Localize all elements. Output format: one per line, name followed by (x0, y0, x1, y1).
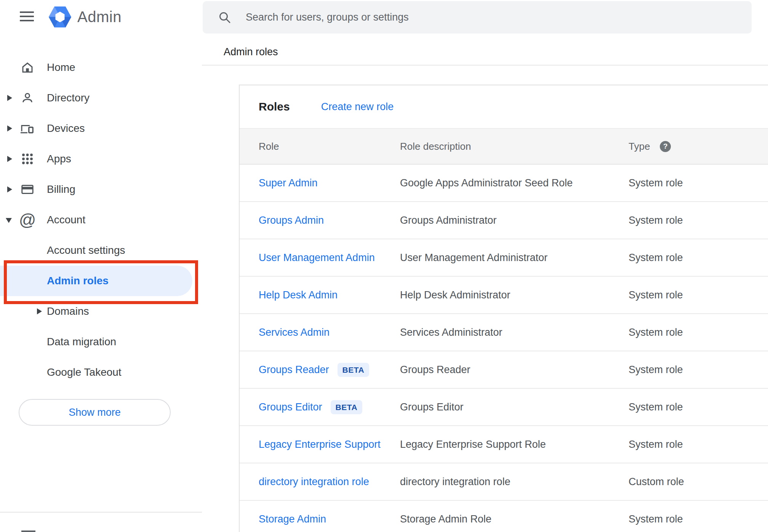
card-icon (20, 181, 35, 198)
role-link[interactable]: Services Admin (259, 327, 330, 338)
role-link[interactable]: User Management Admin (259, 252, 375, 264)
search-icon (218, 11, 231, 24)
create-new-role-link[interactable]: Create new role (321, 101, 394, 113)
sidebar-item-label: Account settings (47, 244, 125, 256)
table-row: User Management AdminUser Management Adm… (240, 239, 768, 277)
role-cell: Super Admin (259, 177, 400, 189)
column-header-description: Role description (400, 141, 629, 152)
table-row: Help Desk AdminHelp Desk AdministratorSy… (240, 277, 768, 314)
expand-arrow-icon[interactable] (7, 95, 12, 101)
apps-icon (20, 151, 35, 167)
role-type: System role (629, 215, 768, 226)
sidebar-item-data-migration[interactable]: Data migration (0, 327, 202, 357)
role-link[interactable]: Groups Reader (259, 364, 329, 376)
sidebar-item-label: Directory (47, 92, 90, 104)
sidebar-item-label: Google Takeout (47, 366, 122, 378)
role-cell: Groups Admin (259, 215, 400, 226)
roles-card-header: Roles Create new role (240, 85, 768, 128)
sidebar-item-google-takeout[interactable]: Google Takeout (0, 357, 202, 388)
sidebar-item-label: Billing (47, 183, 75, 195)
roles-card: Roles Create new role Role Role descript… (239, 85, 768, 532)
home-icon (20, 59, 35, 76)
roles-table-body: Super AdminGoogle Apps Administrator See… (240, 165, 768, 532)
table-row: Groups EditorBETAGroups EditorSystem rol… (240, 389, 768, 426)
sidebar-item-domains[interactable]: Domains (0, 296, 202, 327)
sidebar-item-label: Devices (47, 122, 85, 135)
person-icon (20, 90, 35, 106)
at-icon: @ (20, 212, 35, 228)
hamburger-menu-icon[interactable] (20, 11, 34, 21)
breadcrumb-divider (202, 65, 768, 66)
role-cell: Help Desk Admin (259, 289, 400, 301)
sidebar-item-apps[interactable]: Apps (0, 144, 202, 174)
table-row: Super AdminGoogle Apps Administrator See… (240, 165, 768, 202)
collapse-arrow-icon[interactable] (6, 218, 12, 223)
role-description: Help Desk Administrator (400, 289, 629, 301)
expand-arrow-icon[interactable] (37, 308, 42, 314)
sidebar-item-label: Admin roles (47, 275, 109, 287)
sidebar-item-label: Data migration (47, 336, 116, 348)
sidebar-divider (0, 512, 202, 513)
sidebar-item-label: Account (47, 214, 85, 226)
expand-arrow-icon[interactable] (7, 186, 12, 192)
role-link[interactable]: Super Admin (259, 177, 318, 189)
sidebar-item-label: Home (47, 61, 75, 74)
column-header-role: Role (259, 141, 400, 152)
expand-arrow-icon[interactable] (7, 156, 12, 162)
role-type: System role (629, 439, 768, 450)
role-cell: Storage Admin (259, 513, 400, 525)
role-description: Storage Admin Role (400, 513, 629, 525)
role-description: directory integration role (400, 476, 629, 488)
role-description: Groups Administrator (400, 215, 629, 226)
table-row: Groups AdminGroups AdministratorSystem r… (240, 202, 768, 239)
table-row: directory integration roledirectory inte… (240, 463, 768, 501)
role-description: User Management Administrator (400, 252, 629, 264)
role-type: System role (629, 289, 768, 301)
sidebar-item-billing[interactable]: Billing (0, 174, 202, 205)
table-row: Legacy Enterprise SupportLegacy Enterpri… (240, 426, 768, 463)
sidebar-item-admin-roles[interactable]: Admin roles (0, 266, 202, 296)
sidebar-item-devices[interactable]: Devices (0, 113, 202, 144)
role-description: Services Administrator (400, 327, 629, 338)
expand-arrow-icon[interactable] (7, 125, 12, 131)
search-bar (203, 1, 752, 34)
sidebar-item-directory[interactable]: Directory (0, 83, 202, 113)
devices-icon (20, 120, 35, 137)
sidebar-item-label: Domains (47, 305, 89, 317)
role-link[interactable]: Legacy Enterprise Support (259, 439, 381, 450)
help-icon[interactable]: ? (660, 141, 671, 152)
role-description: Groups Reader (400, 364, 629, 376)
sidebar-item-account-settings[interactable]: Account settings (0, 235, 202, 266)
role-link[interactable]: Groups Admin (259, 215, 324, 226)
roles-table-header: Role Role description Type ? (240, 128, 768, 165)
sidebar-item-account[interactable]: @Account (0, 205, 202, 235)
role-cell: User Management Admin (259, 252, 400, 264)
table-row: Storage AdminStorage Admin RoleSystem ro… (240, 501, 768, 532)
role-type: System role (629, 177, 768, 189)
role-link[interactable]: Storage Admin (259, 513, 326, 525)
column-header-type-label: Type (629, 141, 650, 152)
breadcrumb: Admin roles (224, 46, 278, 58)
beta-badge: BETA (338, 363, 370, 377)
role-type: System role (629, 513, 768, 525)
admin-logo-icon (49, 6, 71, 27)
roles-title: Roles (259, 100, 290, 113)
search-input[interactable] (246, 11, 752, 23)
show-more-button[interactable]: Show more (19, 399, 171, 426)
table-row: Groups ReaderBETAGroups ReaderSystem rol… (240, 351, 768, 389)
app-title: Admin (77, 8, 122, 26)
column-header-type: Type ? (629, 141, 768, 152)
sidebar-item-home[interactable]: Home (0, 52, 202, 83)
role-link[interactable]: directory integration role (259, 476, 369, 488)
role-link[interactable]: Help Desk Admin (259, 289, 338, 301)
role-type: System role (629, 401, 768, 413)
role-link[interactable]: Groups Editor (259, 401, 322, 413)
role-cell: Groups EditorBETA (259, 400, 400, 414)
beta-badge: BETA (331, 400, 363, 414)
role-description: Google Apps Administrator Seed Role (400, 177, 629, 189)
role-cell: Groups ReaderBETA (259, 363, 400, 377)
role-cell: Legacy Enterprise Support (259, 439, 400, 450)
table-row: Services AdminServices AdministratorSyst… (240, 314, 768, 351)
role-description: Legacy Enterprise Support Role (400, 439, 629, 450)
cutoff-nav-icon (21, 530, 35, 532)
